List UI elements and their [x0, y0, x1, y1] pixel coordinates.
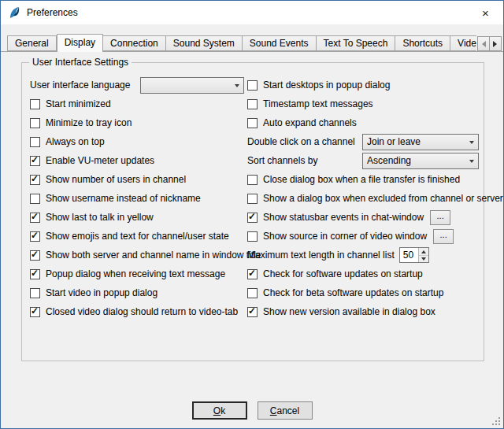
checkbox-label: Auto expand channels: [263, 117, 357, 128]
sort-channels-value: Ascending: [367, 155, 466, 166]
double-click-label: Double click on a channel: [247, 136, 355, 147]
tab[interactable]: Video: [450, 35, 476, 51]
checkbox-box[interactable]: [30, 118, 40, 128]
tab[interactable]: Shortcuts: [395, 35, 450, 51]
sort-channels-select[interactable]: Ascending: [362, 153, 479, 169]
checkbox-row[interactable]: Start desktops in popup dialog: [247, 76, 479, 94]
app-icon: [7, 6, 21, 20]
checkbox-row[interactable]: Auto expand channels: [247, 113, 479, 132]
language-select[interactable]: [140, 77, 244, 94]
tab-label: Shortcuts: [402, 38, 443, 49]
language-row: User interface language: [30, 76, 244, 94]
sort-channels-row: Sort channels by Ascending: [247, 151, 479, 170]
checkbox-box[interactable]: [247, 213, 258, 223]
checkbox-box[interactable]: [30, 213, 40, 223]
checkbox-label: Show both server and channel name in win…: [46, 250, 261, 261]
checkbox-box[interactable]: [30, 307, 40, 317]
checkbox-box[interactable]: [30, 231, 40, 242]
checkbox-row[interactable]: Popup dialog when receiving text message: [30, 264, 244, 283]
chevron-down-icon: [235, 84, 239, 90]
chevron-down-icon: [469, 141, 474, 146]
chevron-down-icon: [421, 257, 426, 263]
checkbox-label: Enable VU-meter updates: [46, 155, 154, 166]
checkbox-label: Check for beta software updates on start…: [263, 287, 443, 298]
checkbox-row[interactable]: Show a dialog box when excluded from cha…: [247, 189, 479, 208]
max-text-length-row: Maximum text length in channel list 50: [247, 246, 479, 264]
left-column: User interface language Start minimized …: [30, 76, 244, 321]
checkbox-box[interactable]: [247, 80, 258, 91]
double-click-select[interactable]: Join or leave: [362, 134, 479, 150]
tab[interactable]: Sound System: [166, 35, 243, 51]
tab[interactable]: Connection: [103, 35, 166, 51]
video-source-row[interactable]: Show source in corner of video window ..…: [247, 227, 479, 246]
checkbox-box[interactable]: [30, 175, 40, 185]
checkbox-label: Show new version available in dialog box: [263, 306, 435, 317]
checkbox-box[interactable]: [247, 175, 258, 185]
double-click-row: Double click on a channel Join or leave: [247, 132, 479, 151]
checkbox-label: Always on top: [46, 136, 105, 147]
tab-label: Text To Speech: [324, 38, 388, 49]
tab[interactable]: General: [7, 35, 57, 51]
tab-label: Display: [65, 37, 95, 48]
checkbox-row[interactable]: Show username instead of nickname: [30, 189, 244, 208]
checkbox-row[interactable]: Start video in popup dialog: [30, 283, 244, 302]
checkbox-box[interactable]: [247, 307, 258, 317]
preferences-dialog: Preferences × General Display Connection…: [0, 0, 504, 429]
checkbox-box[interactable]: [30, 156, 40, 166]
checkbox-label: Show username instead of nickname: [46, 193, 201, 204]
resize-grip[interactable]: [491, 416, 501, 426]
checkbox-box[interactable]: [247, 99, 258, 109]
spin-up-button[interactable]: [419, 248, 428, 256]
tab-scroll-control: [477, 36, 502, 51]
tab-scroll-left-button[interactable]: [477, 36, 490, 51]
tab[interactable]: Sound Events: [243, 35, 317, 51]
checkbox-row[interactable]: Closed video dialog should return to vid…: [30, 302, 244, 321]
checkbox-box[interactable]: [247, 288, 258, 298]
checkbox-row[interactable]: Show new version available in dialog box: [247, 302, 479, 321]
tab-scroll-right-button[interactable]: [489, 36, 502, 51]
close-button[interactable]: ×: [468, 1, 503, 24]
checkbox-row[interactable]: Start minimized: [30, 94, 244, 113]
chevron-down-icon: [469, 160, 474, 165]
checkbox-row[interactable]: Show emojis and text for channel/user st…: [30, 227, 244, 246]
checkbox-label: Start minimized: [46, 98, 111, 109]
checkbox-row[interactable]: Show last to talk in yellow: [30, 208, 244, 227]
video-source-more-button[interactable]: ...: [433, 229, 454, 244]
right-checkbox-list-mid: Close dialog box when a file transfer is…: [247, 170, 479, 208]
checkbox-box[interactable]: [247, 231, 258, 242]
cancel-button[interactable]: Cancel: [258, 401, 313, 420]
ok-button[interactable]: Ok: [192, 401, 247, 420]
spin-value: 50: [400, 248, 418, 262]
checkbox-box[interactable]: [30, 250, 40, 261]
tab-label: Connection: [110, 38, 158, 49]
checkbox-box[interactable]: [30, 269, 40, 279]
statusbar-events-more-button[interactable]: ...: [430, 210, 450, 225]
checkbox-box[interactable]: [30, 194, 40, 204]
user-interface-settings-group: User Interface Settings User interface l…: [21, 62, 484, 361]
tab[interactable]: Text To Speech: [317, 35, 396, 51]
checkbox-box[interactable]: [30, 99, 40, 109]
checkbox-row[interactable]: Show both server and channel name in win…: [30, 246, 244, 264]
checkbox-box[interactable]: [30, 288, 40, 298]
checkbox-label: Popup dialog when receiving text message: [46, 268, 225, 279]
tab-bar: General Display Connection Sound System …: [7, 34, 476, 52]
checkbox-row[interactable]: Check for beta software updates on start…: [247, 283, 479, 302]
tab-label: Sound System: [173, 38, 235, 49]
tab[interactable]: Display: [57, 34, 103, 52]
checkbox-row[interactable]: Check for software updates on startup: [247, 264, 479, 283]
spin-down-button[interactable]: [419, 256, 428, 263]
max-text-length-spinner[interactable]: 50: [399, 247, 429, 263]
checkbox-box[interactable]: [247, 194, 258, 204]
statusbar-events-row[interactable]: Show statusbar events in chat-window ...: [247, 208, 479, 227]
checkbox-row[interactable]: Close dialog box when a file transfer is…: [247, 170, 479, 189]
checkbox-row[interactable]: Enable VU-meter updates: [30, 151, 244, 170]
checkbox-box[interactable]: [247, 118, 258, 128]
checkbox-box[interactable]: [247, 269, 258, 279]
titlebar[interactable]: Preferences ×: [1, 1, 503, 24]
checkbox-row[interactable]: Show number of users in channel: [30, 170, 244, 189]
spin-buttons: [418, 248, 428, 262]
checkbox-row[interactable]: Minimize to tray icon: [30, 113, 244, 132]
checkbox-row[interactable]: Timestamp text messages: [247, 94, 479, 113]
checkbox-row[interactable]: Always on top: [30, 132, 244, 151]
checkbox-box[interactable]: [30, 137, 40, 147]
